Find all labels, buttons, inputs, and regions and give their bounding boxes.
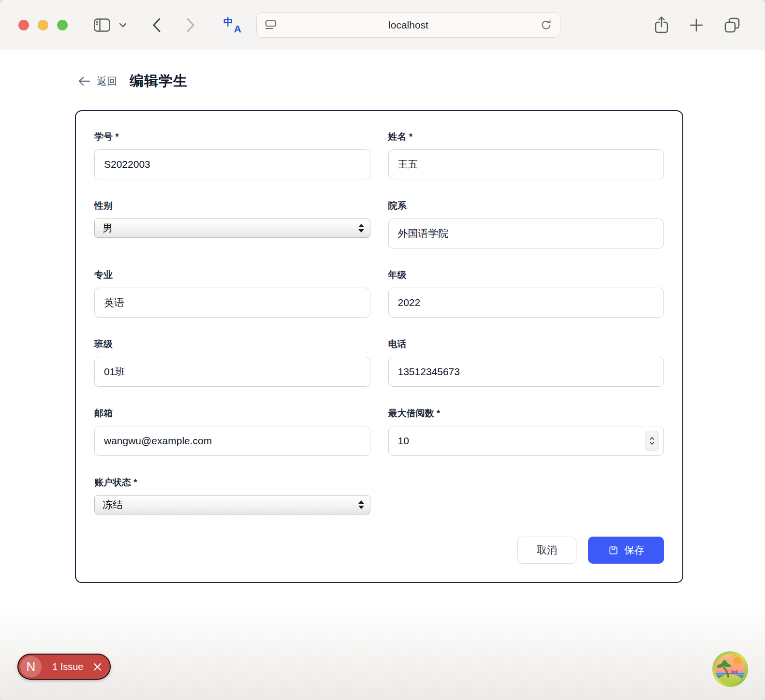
close-icon[interactable] — [93, 662, 102, 671]
form-actions: 取消 保存 — [94, 537, 664, 564]
forward-button[interactable] — [186, 17, 195, 33]
select-updown-arrows-icon — [358, 224, 364, 233]
email-input[interactable] — [94, 426, 370, 456]
close-window-button[interactable] — [18, 20, 29, 30]
max-borrow-label: 最大借阅数 * — [388, 407, 664, 420]
select-updown-arrows-icon — [358, 500, 364, 509]
translate-icon[interactable]: 中 A — [222, 15, 242, 35]
gender-select[interactable]: 男 — [94, 219, 370, 238]
account-status-label: 账户状态 * — [94, 476, 370, 489]
account-status-selected-value: 冻结 — [103, 498, 123, 511]
account-status-select[interactable]: 冻结 — [94, 495, 370, 514]
department-input[interactable] — [388, 219, 664, 248]
chevron-down-icon[interactable] — [119, 23, 127, 28]
field-max-borrow: 最大借阅数 * — [388, 407, 664, 456]
major-input[interactable] — [94, 288, 370, 318]
dev-issues-badge[interactable]: N 1 Issue — [17, 654, 111, 680]
save-button[interactable]: 保存 — [588, 537, 664, 564]
field-phone: 电话 — [388, 338, 664, 387]
edit-student-form-card: 学号 *姓名 *性别男院系专业年级班级电话邮箱最大借阅数 *账户状态 *冻结 取… — [75, 110, 683, 583]
class-label: 班级 — [94, 338, 370, 350]
field-gender: 性别男 — [94, 200, 370, 248]
page-content: 返回 编辑学生 学号 *姓名 *性别男院系专业年级班级电话邮箱最大借阅数 *账户… — [0, 50, 765, 700]
phone-input[interactable] — [388, 357, 664, 387]
grade-label: 年级 — [388, 269, 664, 281]
max-borrow-input[interactable] — [388, 426, 664, 456]
save-icon — [608, 545, 619, 556]
island-badge-icon[interactable] — [712, 651, 749, 687]
class-input[interactable] — [94, 357, 370, 387]
browser-window: 中 A localhost — [0, 0, 765, 700]
page-header: 返回 编辑学生 — [0, 50, 765, 91]
field-department: 院系 — [388, 200, 664, 248]
cancel-button[interactable]: 取消 — [517, 537, 576, 564]
field-class: 班级 — [94, 338, 370, 387]
field-student-name: 姓名 * — [388, 131, 664, 179]
student-name-input[interactable] — [388, 149, 664, 179]
save-button-label: 保存 — [624, 543, 645, 557]
form-grid: 学号 *姓名 *性别男院系专业年级班级电话邮箱最大借阅数 *账户状态 *冻结 — [94, 131, 664, 514]
reload-icon[interactable] — [540, 19, 552, 31]
grade-input[interactable] — [388, 288, 664, 318]
zoom-window-button[interactable] — [57, 20, 68, 30]
phone-label: 电话 — [388, 338, 664, 350]
tab-overview-icon[interactable] — [723, 16, 741, 34]
window-controls — [18, 20, 68, 30]
share-icon[interactable] — [654, 16, 669, 34]
field-account-status: 账户状态 *冻结 — [94, 476, 370, 514]
major-label: 专业 — [94, 269, 370, 281]
browser-toolbar: 中 A localhost — [0, 0, 765, 50]
field-grade: 年级 — [388, 269, 664, 318]
gender-selected-value: 男 — [103, 221, 113, 235]
page-title: 编辑学生 — [130, 72, 188, 91]
field-student-id: 学号 * — [94, 131, 370, 179]
student-id-label: 学号 * — [94, 131, 370, 143]
field-major: 专业 — [94, 269, 370, 318]
page-settings-icon[interactable] — [265, 19, 277, 31]
sidebar-toggle-icon[interactable] — [94, 18, 110, 32]
back-button[interactable] — [152, 17, 162, 33]
max-borrow-stepper[interactable] — [646, 431, 659, 451]
address-bar[interactable]: localhost — [256, 12, 560, 38]
student-id-input[interactable] — [94, 149, 370, 179]
issue-count-label: 1 Issue — [52, 661, 83, 672]
department-label: 院系 — [388, 200, 664, 212]
back-link[interactable]: 返回 — [97, 74, 117, 88]
field-email: 邮箱 — [94, 407, 370, 456]
email-label: 邮箱 — [94, 407, 370, 420]
student-name-label: 姓名 * — [388, 131, 664, 143]
new-tab-icon[interactable] — [689, 17, 704, 33]
gender-label: 性别 — [94, 200, 370, 212]
minimize-window-button[interactable] — [38, 20, 48, 30]
nextjs-logo-icon: N — [20, 656, 42, 677]
back-arrow-icon[interactable] — [77, 75, 91, 87]
url-text: localhost — [388, 19, 428, 31]
